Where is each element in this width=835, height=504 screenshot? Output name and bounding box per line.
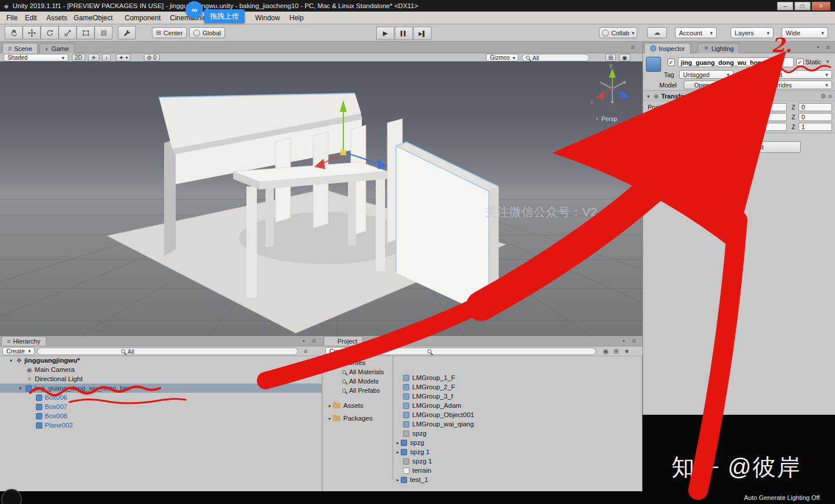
menu-edit[interactable]: Edit — [23, 12, 39, 24]
menu-window[interactable]: Window — [253, 12, 282, 24]
hierarchy-row-selected[interactable]: ▾ jing_guang_dong_wu_hong_bei — [0, 384, 322, 393]
step-button[interactable]: ▶▌ — [413, 27, 431, 40]
active-checkbox[interactable]: ✓ — [667, 59, 675, 66]
packages-folder-row[interactable]: ▸ Packages — [322, 414, 393, 423]
save-search-icon[interactable]: ★ — [624, 348, 630, 355]
menu-file[interactable]: File — [5, 12, 19, 24]
file-row[interactable]: LMGroup_2_F — [394, 382, 636, 392]
scale-x-field[interactable] — [701, 123, 738, 131]
hierarchy-row-light[interactable]: ☀ Directional Light — [0, 374, 322, 384]
scene-tools-button[interactable]: ⊞ — [605, 54, 616, 61]
model-open-button[interactable]: Open — [684, 81, 720, 89]
overrides-dropdown[interactable]: Overrides ▾ — [761, 81, 832, 89]
tab-game[interactable]: ◐ Game — [39, 43, 75, 53]
tag-dropdown[interactable]: Untagged ▾ — [679, 70, 734, 79]
static-dropdown-icon[interactable]: ▾ — [826, 59, 829, 64]
play-button[interactable]: ▶ — [376, 27, 394, 40]
search-by-type-icon[interactable]: ◉ — [603, 348, 609, 355]
expander-icon[interactable]: ▸ — [395, 440, 401, 445]
cloud-button[interactable]: ☁ — [647, 27, 667, 38]
menu-help[interactable]: Help — [288, 12, 306, 24]
maximize-button[interactable]: □ — [794, 2, 811, 10]
file-row[interactable]: spzg 1 — [394, 456, 636, 466]
scene-row-menu-icon[interactable]: ≡ — [312, 357, 315, 364]
gizmos-dropdown[interactable]: Gizmos ▾ — [486, 54, 518, 61]
tab-lighting[interactable]: ☀ Lighting — [698, 43, 739, 53]
collab-button[interactable]: ◯ Collab ▾ — [599, 27, 637, 38]
tab-project[interactable]: Project — [324, 336, 363, 346]
rotation-y-field[interactable] — [750, 113, 787, 121]
hierarchy-row-plane002[interactable]: Plane002 — [0, 421, 322, 430]
scene-viewport[interactable]: y x ‹ Persp — [0, 61, 642, 336]
transform-tool-button[interactable] — [95, 26, 112, 39]
file-row[interactable]: spzg — [394, 429, 636, 438]
hierarchy-search-input[interactable]: All — [37, 348, 298, 355]
rect-tool-button[interactable] — [77, 26, 95, 39]
favorite-all-materials[interactable]: All Materials — [322, 367, 393, 377]
auto-generate-lighting-toggle[interactable]: Auto Generate Lighting Off — [744, 494, 820, 501]
close-button[interactable]: × — [812, 2, 830, 10]
hierarchy-row-box006[interactable]: Box006 — [0, 393, 322, 402]
scene-lighting-toggle[interactable]: ☀ — [88, 54, 99, 61]
scale-tool-button[interactable] — [59, 26, 77, 39]
shading-mode-dropdown[interactable]: Shaded ▾ — [3, 54, 68, 61]
component-gear-icon[interactable]: ⚙ — [821, 93, 826, 100]
favorite-all-prefabs[interactable]: All Prefabs — [322, 386, 393, 395]
hierarchy-lock-icon[interactable]: ▪ — [303, 337, 305, 344]
tab-hierarchy[interactable]: ≡ Hierarchy — [1, 336, 46, 346]
hierarchy-filter-icon[interactable]: ≡ — [304, 348, 307, 355]
rotation-x-field[interactable] — [701, 113, 738, 121]
hierarchy-row-camera[interactable]: ◉ Main Camera — [0, 365, 322, 374]
assets-folder-row[interactable]: ▸ Assets — [322, 401, 393, 410]
hierarchy-menu-icon[interactable]: ≡ — [312, 337, 315, 344]
2d-toggle[interactable]: 2D — [72, 54, 85, 61]
inspector-menu-icon[interactable]: ≡ — [826, 43, 830, 50]
project-vertical-scrollbar[interactable] — [636, 356, 641, 484]
static-checkbox[interactable]: ✓ — [796, 59, 804, 66]
file-row[interactable]: LMGroup_3_f — [394, 392, 636, 401]
position-z-field[interactable]: 0 — [798, 103, 832, 111]
tab-scene[interactable]: # Scene — [2, 43, 38, 53]
gameobject-name-field[interactable]: jing_guang_dong_wu_hong — [678, 57, 794, 67]
orientation-toggle-button[interactable]: ◯ Global — [189, 27, 225, 38]
position-x-field[interactable] — [701, 103, 738, 111]
scene-search-input[interactable]: All — [522, 54, 589, 61]
hierarchy-row-box008[interactable]: Box008 — [0, 411, 322, 421]
scale-y-field[interactable]: 1 — [750, 123, 787, 131]
component-menu-icon[interactable]: ≡ — [829, 93, 832, 100]
expander-icon[interactable]: ▾ — [8, 358, 14, 363]
tab-inspector[interactable]: i Inspector — [644, 43, 691, 53]
layers-dropdown[interactable]: Layers ▾ — [731, 27, 774, 38]
search-by-label-icon[interactable]: ⊞ — [613, 348, 619, 355]
menu-assets[interactable]: Assets — [45, 12, 69, 24]
scene-audio-toggle[interactable]: ♪ — [102, 54, 111, 61]
file-row[interactable]: LMGroup_1_F — [394, 373, 636, 382]
scene-fx-toggle[interactable]: ✦ ▾ — [116, 54, 130, 61]
file-row[interactable]: ▸ spzg 1 — [394, 447, 636, 456]
favorites-header[interactable]: ▾ ★ Favorites — [322, 358, 393, 367]
pivot-toggle-button[interactable]: ⊞ Center — [152, 27, 187, 38]
project-search-input[interactable] — [361, 348, 596, 355]
file-row[interactable]: ▸ spzg — [394, 438, 636, 447]
layer-dropdown[interactable]: Default ▾ — [759, 70, 832, 79]
scene-camera-button[interactable]: ◉ — [619, 54, 630, 61]
hand-tool-button[interactable] — [5, 26, 23, 39]
file-row[interactable]: LMGroup_wai_qiang — [394, 419, 636, 429]
inspector-lock-icon[interactable]: ▪ — [817, 43, 819, 50]
position-y-field[interactable] — [750, 103, 787, 111]
expander-icon[interactable]: ▾ — [325, 360, 331, 366]
component-foldout-icon[interactable]: ▾ — [645, 94, 651, 99]
hierarchy-row-scene[interactable]: ▾ ❖ jingguangjingwu* ≡ — [0, 356, 322, 365]
scale-z-field[interactable]: 1 — [798, 123, 832, 131]
orientation-gizmo[interactable]: y x — [590, 63, 630, 105]
scene-panel-menu-icon[interactable]: ≡ — [631, 43, 634, 50]
upload-logo-icon[interactable]: ∞ — [186, 1, 203, 19]
favorite-all-models[interactable]: All Models — [322, 377, 393, 386]
project-menu-icon[interactable]: ≡ — [632, 337, 636, 344]
project-horizontal-scrollbar[interactable] — [394, 484, 636, 490]
project-create-dropdown[interactable]: Create ▾ — [325, 347, 358, 355]
add-component-button[interactable]: Add Component — [680, 141, 801, 153]
file-row[interactable]: LMGroup_Adam — [394, 401, 636, 410]
expander-icon[interactable]: ▾ — [17, 386, 23, 391]
file-row[interactable]: LMGroup_Object001 — [394, 410, 636, 419]
